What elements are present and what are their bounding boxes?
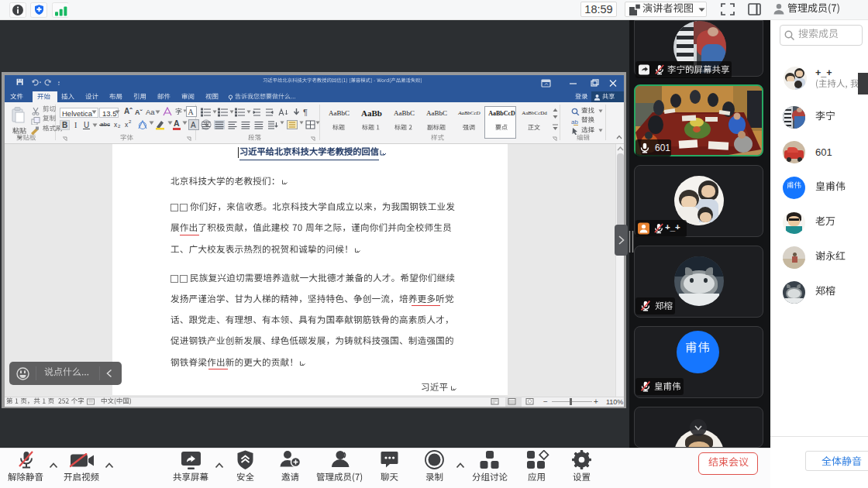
svg-text:ab: ab [571, 119, 578, 125]
svg-text:¶: ¶ [303, 108, 308, 117]
svg-text:A: A [191, 121, 196, 129]
svg-text:A: A [188, 108, 195, 116]
